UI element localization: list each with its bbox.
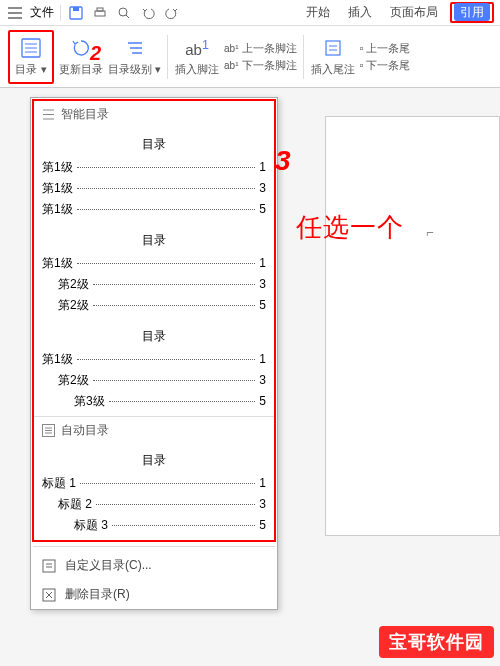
prev-endnote-button[interactable]: ▫上一条尾 [360, 41, 411, 56]
svg-rect-8 [43, 560, 55, 572]
toc-title: 目录 [42, 228, 266, 253]
toc-dropdown: 智能目录 目录 第1级1 第1级3 第1级5 目录 第1级1 第2级3 第2级5… [30, 97, 278, 610]
list-icon [42, 424, 55, 437]
tab-start[interactable]: 开始 [300, 2, 336, 23]
document-page[interactable] [325, 116, 500, 536]
toc-preview-3[interactable]: 目录 第1级1 第2级3 第3级5 [34, 320, 274, 416]
tab-layout[interactable]: 页面布局 [384, 2, 444, 23]
tab-insert[interactable]: 插入 [342, 2, 378, 23]
insert-footnote-button[interactable]: ab1 插入脚注 [174, 30, 220, 84]
annotation-pick-one: 任选一个 [296, 210, 404, 245]
separator [60, 5, 61, 21]
annotation-number-3: 3 [275, 145, 291, 177]
annotation-highlight-reference: 引用 [450, 2, 494, 23]
svg-rect-6 [326, 41, 340, 55]
svg-point-4 [119, 8, 127, 16]
file-menu[interactable]: 文件 [30, 4, 54, 21]
delete-toc-item[interactable]: 删除目录(R) [31, 580, 277, 609]
toc-level-label: 目录级别 ▾ [108, 62, 161, 77]
custom-icon [41, 558, 57, 574]
toc-button[interactable]: 目录 ▾ [8, 30, 54, 84]
insert-footnote-label: 插入脚注 [175, 62, 219, 77]
endnote-nav: ▫上一条尾 ▫下一条尾 [360, 41, 411, 73]
toc-icon [19, 36, 43, 60]
toc-preview-1[interactable]: 目录 第1级1 第1级3 第1级5 [34, 128, 274, 224]
separator [33, 546, 275, 547]
separator [303, 35, 304, 79]
custom-toc-item[interactable]: 自定义目录(C)... [31, 551, 277, 580]
endnote-small-icon: ▫ [360, 59, 364, 71]
svg-rect-3 [97, 8, 103, 11]
endnote-small-icon: ▫ [360, 42, 364, 54]
delete-icon [41, 587, 57, 603]
ribbon-toolbar: 目录 ▾ 更新目录 目录级别 ▾ ab1 插入脚注 ab¹上一条脚注 ab¹下一… [0, 26, 500, 88]
annotation-number-2: 2 [90, 42, 101, 65]
tab-reference[interactable]: 引用 [454, 3, 490, 21]
smart-toc-header: 智能目录 [34, 101, 274, 128]
watermark-badge: 宝哥软件园 [379, 626, 494, 658]
undo-icon[interactable] [139, 4, 157, 22]
text-cursor: ⌐ [426, 225, 434, 240]
hamburger-icon[interactable] [6, 4, 24, 22]
insert-endnote-label: 插入尾注 [311, 62, 355, 77]
next-endnote-button[interactable]: ▫下一条尾 [360, 58, 411, 73]
prev-footnote-button[interactable]: ab¹上一条脚注 [224, 41, 296, 56]
endnote-icon [321, 36, 345, 60]
menu-bar: 文件 开始 插入 页面布局 引用 [0, 0, 500, 26]
svg-rect-2 [95, 11, 105, 16]
redo-icon[interactable] [163, 4, 181, 22]
toc-level-button[interactable]: 目录级别 ▾ [108, 30, 161, 84]
toc-title: 目录 [42, 324, 266, 349]
toc-preview-2[interactable]: 目录 第1级1 第2级3 第2级5 [34, 224, 274, 320]
print-icon[interactable] [91, 4, 109, 22]
footnote-nav: ab¹上一条脚注 ab¹下一条脚注 [224, 41, 296, 73]
auto-toc-header: 自动目录 [34, 416, 274, 444]
annotation-highlight-previews: 智能目录 目录 第1级1 第1级3 第1级5 目录 第1级1 第2级3 第2级5… [32, 99, 276, 542]
separator [167, 35, 168, 79]
footnote-icon: ab1 [185, 36, 209, 60]
save-icon[interactable] [67, 4, 85, 22]
next-footnote-button[interactable]: ab¹下一条脚注 [224, 58, 296, 73]
toc-title: 目录 [42, 132, 266, 157]
list-icon [42, 108, 55, 121]
toc-label: 目录 ▾ [15, 62, 46, 77]
toc-title: 目录 [42, 448, 266, 473]
toc-preview-auto[interactable]: 目录 标题 11 标题 23 标题 35 [34, 444, 274, 540]
svg-rect-1 [73, 7, 79, 11]
insert-endnote-button[interactable]: 插入尾注 [310, 30, 356, 84]
level-icon [123, 36, 147, 60]
preview-icon[interactable] [115, 4, 133, 22]
